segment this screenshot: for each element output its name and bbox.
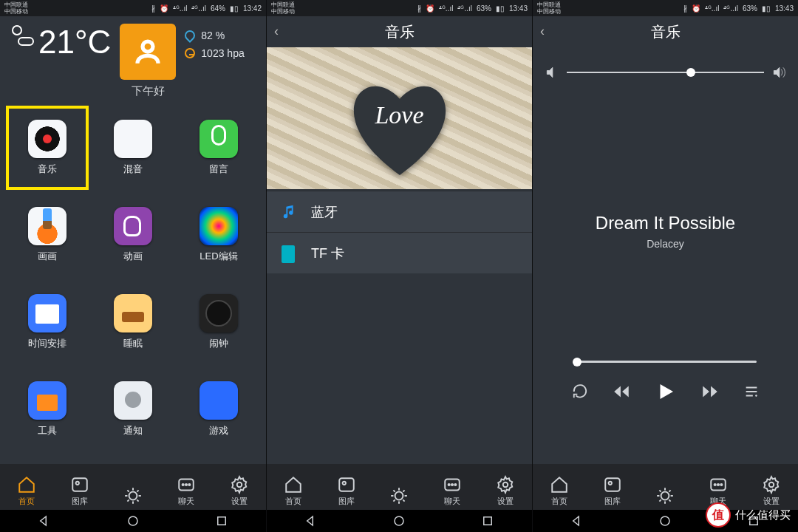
tab-brightness[interactable]: [389, 486, 409, 507]
tab-gallery[interactable]: 图库: [70, 475, 89, 507]
settings-icon: [496, 475, 515, 494]
page-title: 音乐: [651, 22, 681, 42]
clock-icon: [200, 294, 238, 332]
back-button[interactable]: ‹: [274, 24, 279, 39]
bell-icon: [114, 381, 152, 420]
back-button[interactable]: ‹: [540, 24, 545, 39]
pane-home: 中国联通中国移动 ∦ ⏰ ⁴ᴳ..ıl ⁴ᴳ..ıl 64% ▮▯ 13:42 …: [0, 0, 266, 532]
tab-bar: 首页 图库 聊天 设置: [0, 464, 266, 510]
pressure-text: 1023 hpa: [201, 47, 244, 59]
app-paint[interactable]: 画画: [4, 191, 90, 279]
watermark-text: 什么值得买: [735, 508, 791, 522]
weather-metrics: 82 % 1023 hpa: [185, 24, 244, 59]
svg-point-17: [455, 484, 457, 485]
pane-music-sources: 中国联通中国移动 ∦⏰ ⁴ᴳ..ıl⁴ᴳ..ıl 63%▮▯ 13:43 ‹ 音…: [266, 0, 532, 532]
alarm-icon: ⏰: [160, 4, 168, 13]
app-schedule[interactable]: 时间安排: [4, 279, 90, 366]
android-navbar: [0, 510, 266, 532]
nav-back-icon[interactable]: [570, 514, 584, 528]
tab-home[interactable]: 首页: [284, 475, 303, 507]
svg-point-13: [395, 492, 403, 500]
source-list: 蓝牙 TF 卡: [267, 191, 532, 273]
tab-home[interactable]: 首页: [550, 475, 569, 507]
nav-recent-icon[interactable]: [481, 514, 494, 528]
tab-gallery[interactable]: 图库: [603, 475, 622, 507]
svg-rect-20: [484, 517, 492, 525]
svg-point-29: [769, 482, 774, 488]
nav-recent-icon[interactable]: [215, 514, 228, 528]
signal-icon: ⁴ᴳ..ıl: [439, 4, 454, 13]
humidity-icon: [183, 28, 197, 43]
loop-button[interactable]: [572, 383, 588, 400]
tab-brightness[interactable]: [123, 486, 143, 507]
svg-point-6: [185, 484, 187, 485]
home-icon: [550, 475, 569, 494]
svg-rect-22: [605, 478, 620, 491]
greeting-text: 下午好: [132, 84, 165, 98]
status-bar: 中国联通中国移动 ∦ ⏰ ⁴ᴳ..ıl ⁴ᴳ..ıl 64% ▮▯ 13:42: [0, 0, 266, 16]
volume-row: [533, 47, 798, 80]
tab-settings[interactable]: 设置: [496, 475, 515, 507]
header: ‹ 音乐: [533, 16, 798, 47]
volume-low-icon[interactable]: [545, 65, 559, 80]
progress-bar[interactable]: [574, 361, 757, 363]
source-bluetooth[interactable]: 蓝牙: [267, 191, 532, 232]
app-mix[interactable]: 混音: [90, 104, 176, 191]
heart-stone: Love: [344, 75, 455, 171]
nav-home-icon[interactable]: [126, 514, 140, 528]
bluetooth-icon: ∦: [417, 4, 421, 13]
playlist-button[interactable]: [743, 383, 760, 400]
app-animation[interactable]: 动画: [90, 191, 176, 279]
svg-point-12: [342, 482, 345, 485]
brightness-icon: [123, 486, 143, 505]
sleep-icon: [114, 294, 152, 332]
music-note-icon: [282, 204, 298, 220]
svg-rect-10: [218, 517, 226, 525]
svg-point-23: [608, 482, 611, 485]
nav-back-icon[interactable]: [304, 514, 318, 528]
svg-rect-11: [339, 478, 354, 491]
app-tools[interactable]: 工具: [4, 366, 90, 453]
song-title: Dream It Possible: [533, 213, 798, 233]
app-music[interactable]: 音乐: [4, 104, 90, 191]
app-message[interactable]: 留言: [176, 104, 262, 191]
svg-point-21: [755, 395, 757, 397]
home-icon: [17, 475, 36, 494]
tab-brightness[interactable]: [655, 486, 675, 507]
next-button[interactable]: [700, 382, 720, 401]
svg-point-5: [183, 484, 184, 485]
weather-header: 21°C 下午好 82 % 1023 hpa: [0, 16, 266, 103]
nav-home-icon[interactable]: [658, 514, 672, 528]
prev-button[interactable]: [612, 382, 631, 401]
tab-chat[interactable]: 聊天: [177, 475, 196, 507]
led-icon: [200, 207, 238, 245]
tab-home[interactable]: 首页: [17, 475, 36, 507]
tab-settings[interactable]: 设置: [230, 475, 249, 507]
volume-slider[interactable]: [567, 72, 764, 73]
svg-point-9: [129, 516, 137, 525]
source-tfcard[interactable]: TF 卡: [267, 232, 532, 273]
svg-point-28: [721, 484, 723, 485]
clock-text: 13:42: [243, 4, 262, 13]
volume-high-icon[interactable]: [771, 65, 786, 80]
watermark: 值 什么值得买: [706, 502, 791, 528]
svg-point-26: [715, 484, 716, 485]
tab-bar: 首页 图库 聊天 设置: [267, 464, 532, 510]
app-alarm[interactable]: 闹钟: [176, 279, 262, 366]
song-artist: Delacey: [533, 238, 798, 250]
nav-home-icon[interactable]: [392, 514, 406, 528]
tab-gallery[interactable]: 图库: [337, 475, 356, 507]
mixer-icon: [114, 120, 152, 158]
profile-avatar[interactable]: [120, 24, 176, 80]
app-notify[interactable]: 通知: [90, 366, 176, 453]
app-games[interactable]: 游戏: [176, 366, 262, 453]
paint-icon: [28, 207, 66, 245]
person-icon: [132, 36, 163, 67]
app-sleep[interactable]: 睡眠: [90, 279, 176, 366]
app-led[interactable]: LED编辑: [176, 191, 262, 279]
svg-point-3: [129, 492, 137, 500]
play-button[interactable]: [655, 381, 677, 403]
humidity-text: 82 %: [201, 30, 225, 41]
tab-chat[interactable]: 聊天: [443, 475, 462, 507]
nav-back-icon[interactable]: [38, 514, 51, 528]
